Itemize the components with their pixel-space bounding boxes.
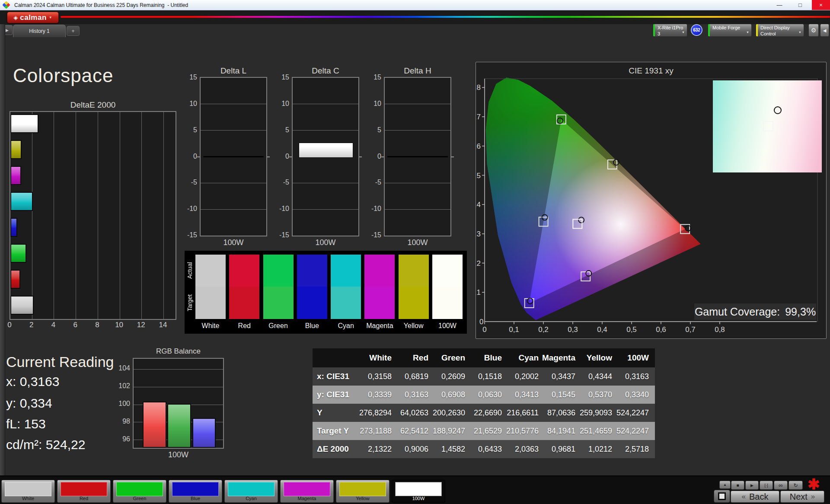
expand-tray-button[interactable]: ▲ [719,481,731,489]
svg-text:0,1: 0,1 [509,325,519,334]
pattern-button-white[interactable]: White [1,480,55,503]
swatch-target [195,287,226,319]
pattern-button-red[interactable]: Red [57,480,111,503]
maximize-button[interactable]: □ [791,0,809,10]
axis-tick-label: 5 [272,126,289,134]
app-icon [2,1,10,9]
swatch-actual [399,255,429,287]
table-header-Magenta: Magenta [545,348,581,367]
svg-text:0,7: 0,7 [685,325,696,334]
grid-line [385,104,450,104]
axis-tick-label: -15 [364,231,381,239]
pattern-color [284,482,330,496]
grid-line [76,112,76,319]
inset-measured-marker [774,106,782,114]
svg-text:0,6: 0,6 [476,142,481,150]
axis-tick-label: 15 [180,73,197,81]
swatch-target [297,287,327,319]
loop-button[interactable]: ↻ [788,481,803,490]
table-cell: 210,5776 [508,422,545,440]
table-cell: 2,0363 [508,440,545,458]
pattern-label: Green [113,496,166,501]
table-cell: 0,9681 [545,440,581,458]
svg-text:0,3: 0,3 [476,230,481,238]
delta_c-plot [292,77,359,236]
table-cell: 0,4344 [581,367,618,386]
add-tab-button[interactable]: + [67,26,80,36]
pattern-label: Blue [169,496,222,501]
grid-line [163,112,164,319]
table-cell: 87,0636 [545,404,581,422]
axis-tick-label: 98 [112,418,130,425]
swatch-100w: 100W [432,255,463,330]
table-cell: 273,1188 [361,422,398,440]
minimize-button[interactable]: — [770,0,788,10]
tab-history-1[interactable]: History 1 [13,25,66,37]
pattern-button-magenta[interactable]: Magenta [280,480,334,503]
svg-text:0,5: 0,5 [476,172,481,180]
axis-tick-label: 10 [112,321,126,329]
collapse-panel-button[interactable]: ◀ [820,24,829,37]
axis-tick [267,156,270,157]
table-cell: 0,1545 [545,386,581,404]
grid-line [385,130,450,131]
pattern-label: Red [57,496,110,501]
stop-button[interactable]: ■ [731,481,744,490]
pattern-button-cyan[interactable]: Cyan [224,480,278,503]
display-control-dropdown[interactable]: Direct Display Control [756,24,804,37]
swatch-label: White [195,322,226,330]
pattern-button-yellow[interactable]: Yellow [336,480,389,503]
axis-tick-label: 10 [180,100,197,108]
settings-gear-button[interactable]: ⚙ [808,24,819,37]
deltae-bar-magenta [10,166,21,185]
table-cell: 0,2609 [434,367,471,386]
table-cell: 0,3163 [398,386,434,404]
delta_c-title: Delta C [283,66,368,76]
pattern-label: Magenta [281,496,333,501]
window-title: Calman 2024 Calman Ultimate for Business… [14,2,188,8]
swatch-actual [297,255,327,287]
svg-text:0,2: 0,2 [538,325,549,334]
table-cell: 0,3437 [545,367,581,386]
close-button[interactable]: × [812,0,830,10]
table-cell: 0,9006 [398,440,434,458]
pattern-color [395,482,442,496]
table-cell: 524,2247 [618,422,655,440]
deltae-chart-title: DeltaE 2000 [10,100,176,110]
delta_h-x-label: 100W [384,238,451,247]
delta_l-zero-bar [203,156,264,157]
axis-tick [197,156,200,157]
axis-tick-label: -15 [272,231,289,239]
source-dropdown[interactable]: Mobile Forge [708,24,752,37]
target-row-label: Target [186,287,194,319]
grid-line [98,112,98,319]
alert-asterisk-icon[interactable]: ✱ [808,475,820,493]
single-measure-button[interactable]: [·] [760,481,773,490]
pattern-window-icon [718,492,726,500]
back-button[interactable]: « Back [731,491,779,503]
pattern-button-100w[interactable]: 100W [392,480,445,503]
calman-menu-button[interactable]: ◈ calman ▼ [7,12,59,23]
grid-line [54,112,54,319]
pattern-button-blue[interactable]: Blue [169,480,222,503]
table-cell: 0,1518 [471,367,508,386]
pattern-button-green[interactable]: Green [113,480,166,503]
axis-tick-label: 100 [112,400,130,408]
current-reading-title: Current Reading [6,354,114,370]
svg-text:0,8: 0,8 [476,83,481,92]
table-header-Red: Red [398,348,434,367]
swatch-yellow: Yellow [399,255,429,330]
play-button[interactable]: ▶ [745,481,759,490]
axis-tick-label: 2 [25,321,38,329]
pattern-window-button[interactable] [714,490,730,503]
pattern-color [116,482,163,496]
delta_c-x-label: 100W [292,238,359,247]
continuous-measure-button[interactable]: ∞ [774,481,788,490]
swatch-target [364,287,395,319]
svg-text:0: 0 [482,325,486,334]
pattern-color [5,482,51,496]
rgb-balance-x-label: 100W [133,450,224,459]
grid-line [201,183,266,183]
meter-dropdown[interactable]: X-Rite i1Pro 3 Direct View [653,24,687,37]
axis-tick-label: 12 [134,321,148,329]
